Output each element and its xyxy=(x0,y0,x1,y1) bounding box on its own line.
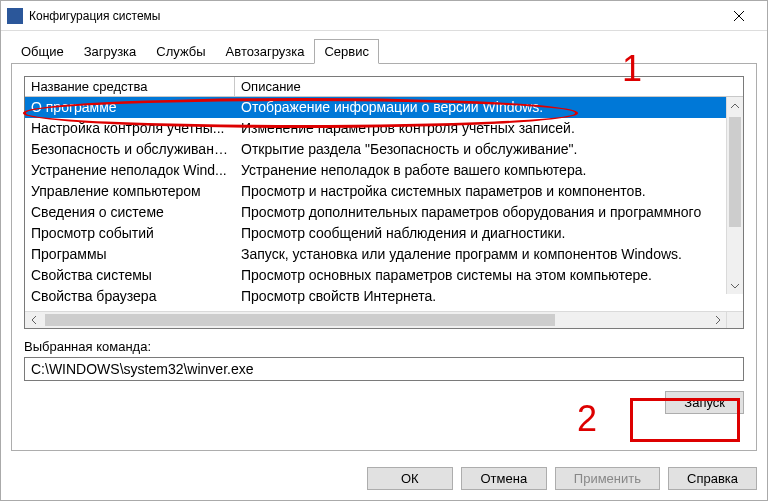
list-item[interactable]: Свойства системыПросмотр основных параме… xyxy=(25,265,743,286)
vertical-scrollbar[interactable] xyxy=(726,97,743,294)
scroll-up-button[interactable] xyxy=(727,97,743,114)
header-tool-name[interactable]: Название средства xyxy=(25,77,235,96)
cell-tool: Сведения о системе xyxy=(25,202,235,223)
cell-desc: Просмотр свойств Интернета. xyxy=(235,286,743,307)
header-description[interactable]: Описание xyxy=(235,77,743,96)
msconfig-window: Конфигурация системы Общие Загрузка Служ… xyxy=(0,0,768,501)
list-item[interactable]: Безопасность и обслуживаниеОткрытие разд… xyxy=(25,139,743,160)
cell-desc: Открытие раздела "Безопасность и обслужи… xyxy=(235,139,743,160)
list-item[interactable]: Сведения о системеПросмотр дополнительны… xyxy=(25,202,743,223)
cell-tool: Безопасность и обслуживание xyxy=(25,139,235,160)
cell-tool: Настройка контроля учетны... xyxy=(25,118,235,139)
list-item[interactable]: Просмотр событийПросмотр сообщений наблю… xyxy=(25,223,743,244)
list-item[interactable]: Устранение неполадок Wind...Устранение н… xyxy=(25,160,743,181)
close-icon xyxy=(734,11,744,21)
launch-row: Запуск xyxy=(24,391,744,414)
help-button[interactable]: Справка xyxy=(668,467,757,490)
horizontal-scrollbar[interactable] xyxy=(25,311,743,328)
chevron-right-icon xyxy=(714,316,722,324)
scroll-down-button[interactable] xyxy=(727,277,743,294)
tab-strip: Общие Загрузка Службы Автозагрузка Серви… xyxy=(11,39,757,64)
cell-desc: Изменение параметров контроля учетных за… xyxy=(235,118,743,139)
scroll-corner xyxy=(726,312,743,328)
cell-tool: Программы xyxy=(25,244,235,265)
tab-tools[interactable]: Сервис xyxy=(314,39,379,64)
list-item[interactable]: Настройка контроля учетны...Изменение па… xyxy=(25,118,743,139)
tools-tab-body: Название средства Описание О программеОт… xyxy=(11,64,757,451)
cell-desc: Запуск, установка или удаление программ … xyxy=(235,244,743,265)
chevron-up-icon xyxy=(731,102,739,110)
content-area: Общие Загрузка Службы Автозагрузка Серви… xyxy=(1,31,767,457)
scroll-thumb[interactable] xyxy=(45,314,555,326)
chevron-left-icon xyxy=(30,316,38,324)
tab-general[interactable]: Общие xyxy=(11,39,74,64)
selected-command-input[interactable] xyxy=(24,357,744,381)
cell-tool: Управление компьютером xyxy=(25,181,235,202)
list-rows: О программеОтображение информации о верс… xyxy=(25,97,743,311)
cell-desc: Устранение неполадок в работе вашего ком… xyxy=(235,160,743,181)
dialog-buttons: ОК Отмена Применить Справка xyxy=(1,457,767,500)
list-item[interactable]: О программеОтображение информации о верс… xyxy=(25,97,743,118)
scroll-right-button[interactable] xyxy=(709,312,726,328)
column-headers: Название средства Описание xyxy=(25,77,743,97)
list-item[interactable]: ПрограммыЗапуск, установка или удаление … xyxy=(25,244,743,265)
close-button[interactable] xyxy=(717,2,761,30)
cell-tool: О программе xyxy=(25,97,235,118)
cell-tool: Устранение неполадок Wind... xyxy=(25,160,235,181)
cell-tool: Свойства системы xyxy=(25,265,235,286)
scroll-left-button[interactable] xyxy=(25,312,42,328)
cell-desc: Просмотр дополнительных параметров обору… xyxy=(235,202,743,223)
cell-tool: Свойства браузера xyxy=(25,286,235,307)
app-icon xyxy=(7,8,23,24)
ok-button[interactable]: ОК xyxy=(367,467,453,490)
launch-button[interactable]: Запуск xyxy=(665,391,744,414)
cancel-button[interactable]: Отмена xyxy=(461,467,547,490)
cell-tool: Просмотр событий xyxy=(25,223,235,244)
selected-command-label: Выбранная команда: xyxy=(24,339,744,354)
tools-list: Название средства Описание О программеОт… xyxy=(24,76,744,329)
tab-boot[interactable]: Загрузка xyxy=(74,39,147,64)
tab-services[interactable]: Службы xyxy=(146,39,215,64)
cell-desc: Просмотр и настройка системных параметро… xyxy=(235,181,743,202)
list-item[interactable]: Свойства браузераПросмотр свойств Интерн… xyxy=(25,286,743,307)
window-title: Конфигурация системы xyxy=(29,9,717,23)
chevron-down-icon xyxy=(731,282,739,290)
cell-desc: Отображение информации о версии Windows. xyxy=(235,97,743,118)
cell-desc: Просмотр сообщений наблюдения и диагност… xyxy=(235,223,743,244)
list-item[interactable]: Управление компьютеромПросмотр и настрой… xyxy=(25,181,743,202)
titlebar: Конфигурация системы xyxy=(1,1,767,31)
scroll-thumb[interactable] xyxy=(729,117,741,227)
tab-startup[interactable]: Автозагрузка xyxy=(216,39,315,64)
apply-button[interactable]: Применить xyxy=(555,467,660,490)
cell-desc: Просмотр основных параметров системы на … xyxy=(235,265,743,286)
